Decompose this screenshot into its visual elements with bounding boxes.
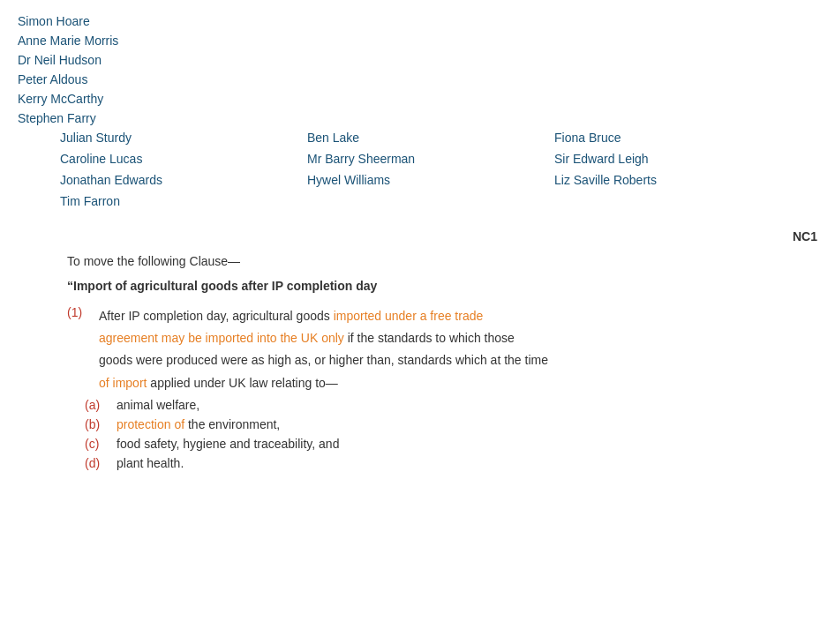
sub-item-c: (c) food safety, hygiene and traceabilit… bbox=[85, 437, 817, 451]
name-jonathan-edwards[interactable]: Jonathan Edwards bbox=[60, 173, 307, 187]
sub-letter-a: (a) bbox=[85, 398, 117, 412]
top-names-section: Simon Hoare Anne Marie Morris Dr Neil Hu… bbox=[18, 14, 817, 125]
name-mr-barry-sheerman[interactable]: Mr Barry Sheerman bbox=[307, 152, 554, 166]
name-kerry-mccarthy[interactable]: Kerry McCarthy bbox=[18, 92, 817, 106]
indented-col3: Fiona Bruce Sir Edward Leigh Liz Saville… bbox=[554, 131, 801, 215]
orange-of: of bbox=[174, 417, 184, 431]
sub-items-list: (a) animal welfare, (b) protection of th… bbox=[85, 398, 817, 470]
highlighted-text-only: only bbox=[321, 331, 344, 345]
name-hywel-williams[interactable]: Hywel Williams bbox=[307, 173, 554, 187]
sub-letter-c: (c) bbox=[85, 437, 117, 451]
indented-col2: Ben Lake Mr Barry Sheerman Hywel William… bbox=[307, 131, 554, 215]
name-tim-farron[interactable]: Tim Farron bbox=[60, 194, 307, 208]
sub-text-d: plant health. bbox=[117, 456, 184, 470]
name-caroline-lucas[interactable]: Caroline Lucas bbox=[60, 152, 307, 166]
clause-body: (1) After IP completion day, agricultura… bbox=[67, 305, 817, 470]
sub-letter-b: (b) bbox=[85, 417, 117, 431]
indented-names-section: Julian Sturdy Caroline Lucas Jonathan Ed… bbox=[60, 131, 817, 215]
name-peter-aldous[interactable]: Peter Aldous bbox=[18, 72, 817, 86]
sub-text-a: animal welfare, bbox=[117, 398, 199, 412]
clause-title: “Import of agricultural goods after IP c… bbox=[67, 279, 817, 293]
name-stephen-farry[interactable]: Stephen Farry bbox=[18, 111, 817, 125]
name-fiona-bruce[interactable]: Fiona Bruce bbox=[554, 131, 801, 145]
name-sir-edward-leigh[interactable]: Sir Edward Leigh bbox=[554, 152, 801, 166]
paragraph-text-1: After IP completion day, agricultural go… bbox=[99, 305, 548, 394]
nc-label: NC1 bbox=[18, 229, 817, 243]
paragraph-number-1: (1) bbox=[67, 305, 99, 394]
name-julian-sturdy[interactable]: Julian Sturdy bbox=[60, 131, 307, 145]
sub-item-a: (a) animal welfare, bbox=[85, 398, 817, 412]
orange-protection: protection bbox=[117, 417, 170, 431]
highlighted-text-imported: imported under a free tradeagreement may… bbox=[99, 309, 483, 345]
sub-text-c: food safety, hygiene and traceability, a… bbox=[117, 437, 339, 451]
clause-intro: To move the following Clause— bbox=[67, 254, 817, 268]
name-dr-neil-hudson[interactable]: Dr Neil Hudson bbox=[18, 53, 817, 67]
indented-col1: Julian Sturdy Caroline Lucas Jonathan Ed… bbox=[60, 131, 307, 215]
sub-item-d: (d) plant health. bbox=[85, 456, 817, 470]
sub-text-b: protection of the environment, bbox=[117, 417, 280, 431]
highlighted-text-of-import: of import bbox=[99, 376, 147, 390]
sub-item-b: (b) protection of the environment, bbox=[85, 417, 817, 431]
name-ben-lake[interactable]: Ben Lake bbox=[307, 131, 554, 145]
name-liz-saville-roberts[interactable]: Liz Saville Roberts bbox=[554, 173, 801, 187]
name-simon-hoare[interactable]: Simon Hoare bbox=[18, 14, 817, 28]
clause-paragraph-1: (1) After IP completion day, agricultura… bbox=[67, 305, 817, 394]
sub-letter-d: (d) bbox=[85, 456, 117, 470]
name-anne-marie-morris[interactable]: Anne Marie Morris bbox=[18, 34, 817, 48]
